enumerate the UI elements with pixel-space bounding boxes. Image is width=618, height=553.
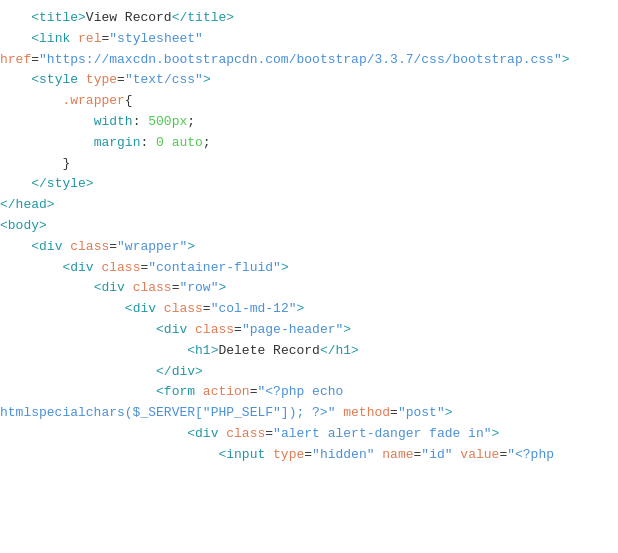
code-token: =: [172, 278, 180, 299]
code-token: =: [109, 237, 117, 258]
code-token: View Record: [86, 8, 172, 29]
code-token: class: [156, 299, 203, 320]
code-token: </: [320, 341, 336, 362]
code-token: name: [375, 445, 414, 466]
code-token: >: [445, 403, 453, 424]
code-token: title: [39, 8, 78, 29]
code-token: =: [234, 320, 242, 341]
code-token: width: [94, 112, 133, 133]
code-token: "row": [179, 278, 218, 299]
code-token: >: [281, 258, 289, 279]
code-line: <form action="<?php echo: [0, 382, 618, 403]
code-token: .wrapper: [62, 91, 124, 112]
code-token: >: [195, 362, 203, 383]
code-token: >: [297, 299, 305, 320]
code-token: <: [187, 341, 195, 362]
code-token: 500px: [148, 112, 187, 133]
code-token: =: [250, 382, 258, 403]
code-token: style: [39, 70, 78, 91]
code-token: input: [226, 445, 265, 466]
code-line: <div class="wrapper">: [0, 237, 618, 258]
code-token: class: [62, 237, 109, 258]
code-token: <: [62, 258, 70, 279]
code-token: =: [101, 29, 109, 50]
code-token: style: [47, 174, 86, 195]
code-line: <link rel="stylesheet": [0, 29, 618, 50]
code-token: margin: [94, 133, 141, 154]
code-token: "hidden": [312, 445, 374, 466]
code-line: <body>: [0, 216, 618, 237]
code-token: "stylesheet": [109, 29, 203, 50]
code-token: <: [31, 70, 39, 91]
code-token: div: [101, 278, 124, 299]
code-token: <: [156, 320, 164, 341]
code-line: <input type="hidden" name="id" value="<?…: [0, 445, 618, 466]
code-token: >: [39, 216, 47, 237]
code-token: {: [125, 91, 133, 112]
code-token: <: [31, 8, 39, 29]
code-token: h1: [195, 341, 211, 362]
code-token: <: [125, 299, 133, 320]
code-token: <: [156, 382, 164, 403]
code-line: margin: 0 auto;: [0, 133, 618, 154]
code-token: =: [304, 445, 312, 466]
code-token: >: [203, 70, 211, 91]
code-token: >: [211, 341, 219, 362]
code-token: div: [164, 320, 187, 341]
code-line: </head>: [0, 195, 618, 216]
code-token: div: [195, 424, 218, 445]
code-token: "post": [398, 403, 445, 424]
code-token: "<?php: [507, 445, 554, 466]
code-line: <title>View Record</title>: [0, 8, 618, 29]
code-token: :: [140, 133, 156, 154]
code-token: title: [187, 8, 226, 29]
code-token: div: [39, 237, 62, 258]
code-token: href: [0, 50, 31, 71]
code-token: class: [125, 278, 172, 299]
code-token: =: [414, 445, 422, 466]
code-token: <: [218, 445, 226, 466]
code-line: .wrapper{: [0, 91, 618, 112]
code-token: <: [94, 278, 102, 299]
code-token: >: [351, 341, 359, 362]
code-editor: <title>View Record</title> <link rel="st…: [0, 0, 618, 553]
code-token: type: [78, 70, 117, 91]
code-token: htmlspecialchars($_SERVER["PHP_SELF"]); …: [0, 403, 335, 424]
code-line: href="https://maxcdn.bootstrapcdn.com/bo…: [0, 50, 618, 71]
code-token: rel: [70, 29, 101, 50]
code-line: <div class="col-md-12">: [0, 299, 618, 320]
code-token: 0 auto: [156, 133, 203, 154]
code-token: =: [203, 299, 211, 320]
code-token: <: [31, 237, 39, 258]
code-token: <: [31, 29, 39, 50]
code-line: <div class="page-header">: [0, 320, 618, 341]
code-token: >: [343, 320, 351, 341]
code-token: class: [94, 258, 141, 279]
code-line: </style>: [0, 174, 618, 195]
code-token: class: [218, 424, 265, 445]
code-token: >: [492, 424, 500, 445]
code-token: ;: [203, 133, 211, 154]
code-line: <div class="alert alert-danger fade in">: [0, 424, 618, 445]
code-token: >: [562, 50, 570, 71]
code-token: >: [187, 237, 195, 258]
code-line: <style type="text/css">: [0, 70, 618, 91]
code-token: </: [31, 174, 47, 195]
code-line: }: [0, 154, 618, 175]
code-token: method: [335, 403, 390, 424]
code-token: div: [133, 299, 156, 320]
code-token: }: [62, 154, 70, 175]
code-token: >: [78, 8, 86, 29]
code-token: div: [172, 362, 195, 383]
code-token: <: [187, 424, 195, 445]
code-token: div: [70, 258, 93, 279]
code-token: "<?php echo: [257, 382, 343, 403]
code-token: =: [265, 424, 273, 445]
code-token: >: [47, 195, 55, 216]
code-token: "page-header": [242, 320, 343, 341]
code-line: </div>: [0, 362, 618, 383]
code-token: >: [226, 8, 234, 29]
code-line: <div class="container-fluid">: [0, 258, 618, 279]
code-token: "id": [421, 445, 452, 466]
code-token: h1: [336, 341, 352, 362]
